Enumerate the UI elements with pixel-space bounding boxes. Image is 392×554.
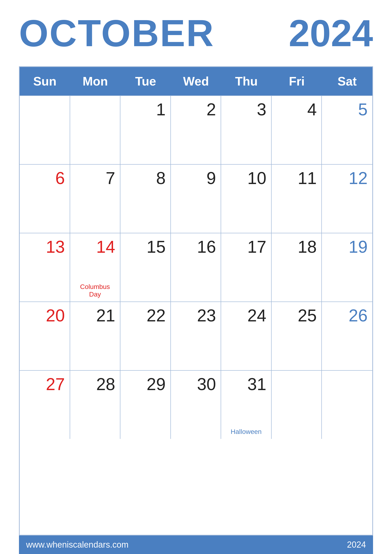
- calendar-cell: 7: [70, 164, 121, 233]
- cell-date: 15: [125, 238, 166, 256]
- calendar-cell: 15: [120, 233, 171, 302]
- month-title: OCTOBER: [19, 14, 215, 52]
- cell-date: 25: [276, 306, 317, 325]
- cell-date: 13: [24, 238, 65, 256]
- cell-date: 18: [276, 238, 317, 256]
- calendar-cell: 19: [322, 233, 372, 302]
- calendar-cell: 10: [221, 164, 272, 233]
- footer-website: www.wheniscalendars.com: [26, 540, 128, 550]
- calendar-cell: 5: [322, 96, 372, 164]
- cell-date: 26: [327, 306, 368, 325]
- cell-date: 28: [75, 375, 115, 394]
- calendar-cell: 20: [20, 302, 70, 370]
- cell-date: 31: [226, 375, 266, 394]
- calendar-cell: 30: [171, 370, 221, 439]
- calendar-cell: [272, 370, 322, 439]
- footer: www.wheniscalendars.com 2024: [19, 535, 373, 554]
- calendar-cell: [20, 96, 70, 164]
- cell-date: 8: [125, 169, 166, 187]
- calendar-cell: 3: [221, 96, 272, 164]
- calendar-cell: 12: [322, 164, 372, 233]
- calendar-cell: 17: [221, 233, 272, 302]
- calendar-cell: 2: [171, 96, 221, 164]
- calendar-cell: 11: [272, 164, 322, 233]
- cell-date: 22: [125, 306, 166, 325]
- cell-holiday: Columbus Day: [75, 281, 115, 298]
- calendar-cell: 16: [171, 233, 221, 302]
- day-header-sun: Sun: [20, 67, 70, 96]
- cell-date: 9: [176, 169, 216, 187]
- calendar-cell: 13: [20, 233, 70, 302]
- day-header-tue: Tue: [120, 67, 171, 96]
- cell-date: 29: [125, 375, 166, 394]
- day-headers: SunMonTueWedThuFriSat: [20, 67, 372, 96]
- day-header-mon: Mon: [70, 67, 121, 96]
- cell-date: 6: [24, 169, 65, 187]
- calendar-cell: 1: [120, 96, 171, 164]
- cell-date: 3: [226, 100, 266, 119]
- calendar-cell: 4: [272, 96, 322, 164]
- cell-date: 24: [226, 306, 266, 325]
- cell-date: 27: [24, 375, 65, 394]
- page: OCTOBER 2024 SunMonTueWedThuFriSat 12345…: [0, 0, 392, 554]
- footer-year: 2024: [347, 540, 366, 550]
- calendar-cell: 23: [171, 302, 221, 370]
- calendar-cell: 18: [272, 233, 322, 302]
- calendar-cell: 6: [20, 164, 70, 233]
- cell-date: 16: [176, 238, 216, 256]
- day-header-thu: Thu: [221, 67, 272, 96]
- cell-holiday: Halloween: [226, 426, 266, 436]
- cell-date: 30: [176, 375, 216, 394]
- cell-date: 14: [75, 238, 115, 256]
- calendar-cell: 29: [120, 370, 171, 439]
- cell-date: 19: [327, 238, 368, 256]
- header: OCTOBER 2024: [19, 14, 373, 52]
- cell-date: 11: [276, 169, 317, 187]
- cell-date: 7: [75, 169, 115, 187]
- calendar-cell: 24: [221, 302, 272, 370]
- cell-date: 12: [327, 169, 368, 187]
- cell-date: 2: [176, 100, 216, 119]
- cell-date: 21: [75, 306, 115, 325]
- calendar-cell: 27: [20, 370, 70, 439]
- cell-date: 20: [24, 306, 65, 325]
- cell-date: 5: [327, 100, 368, 119]
- calendar-cell: 31Halloween: [221, 370, 272, 439]
- calendar-cell: 9: [171, 164, 221, 233]
- calendar-cell: 14Columbus Day: [70, 233, 121, 302]
- calendar-grid: 1234567891011121314Columbus Day151617181…: [20, 96, 372, 439]
- cell-date: 23: [176, 306, 216, 325]
- year-title: 2024: [289, 14, 373, 52]
- calendar-cell: 21: [70, 302, 121, 370]
- day-header-wed: Wed: [171, 67, 221, 96]
- day-header-sat: Sat: [322, 67, 372, 96]
- cell-date: 1: [125, 100, 166, 119]
- calendar-cell: 28: [70, 370, 121, 439]
- cell-date: 4: [276, 100, 317, 119]
- day-header-fri: Fri: [272, 67, 322, 96]
- calendar-cell: [322, 370, 372, 439]
- calendar-cell: 22: [120, 302, 171, 370]
- calendar: SunMonTueWedThuFriSat 123456789101112131…: [19, 66, 373, 535]
- calendar-cell: 26: [322, 302, 372, 370]
- calendar-cell: 8: [120, 164, 171, 233]
- cell-date: 10: [226, 169, 266, 187]
- calendar-cell: [70, 96, 121, 164]
- calendar-cell: 25: [272, 302, 322, 370]
- cell-date: 17: [226, 238, 266, 256]
